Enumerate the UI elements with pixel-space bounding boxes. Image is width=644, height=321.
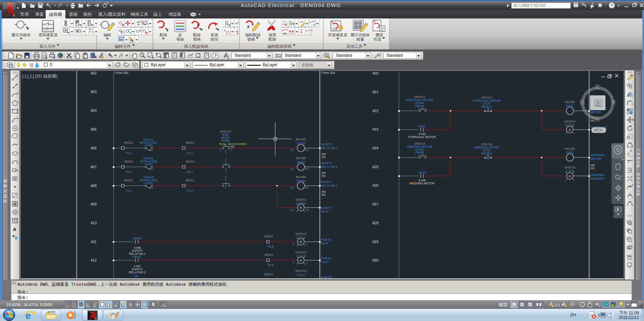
svg-text:北: 北 [595, 84, 600, 90]
svg-text:?: ? [214, 53, 217, 58]
svg-text:JBOX1: JBOX1 [264, 253, 273, 257]
svg-text:▾: ▾ [601, 128, 603, 132]
svg-text:PB425: PB425 [415, 151, 424, 154]
svg-text:421: 421 [372, 90, 378, 94]
svg-text:422: 422 [372, 109, 378, 113]
svg-text:LS407: LS407 [145, 163, 153, 166]
svg-text:403: 403 [91, 90, 97, 94]
svg-text:#: # [247, 25, 250, 29]
svg-text:WCS: WCS [594, 128, 602, 132]
svg-text:JBOX1: JBOX1 [124, 141, 133, 144]
svg-text:!: ! [75, 304, 75, 308]
svg-text:M425: M425 [418, 171, 426, 174]
svg-text:JBOX1: JBOX1 [185, 179, 195, 182]
svg-text:NC: NC [322, 193, 326, 196]
svg-text:MCAB5: MCAB5 [296, 138, 306, 141]
svg-text:2: 2 [306, 261, 308, 264]
svg-text:A: A [13, 226, 16, 232]
svg-text:424: 424 [372, 146, 378, 150]
svg-text:RAM 03: RAM 03 [321, 276, 331, 278]
svg-text:K1: K1 [290, 148, 294, 152]
svg-text:MOTOR: MOTOR [591, 157, 601, 160]
svg-text:K2: K2 [305, 186, 309, 189]
svg-text:e: e [25, 310, 31, 321]
svg-text:RELAY NO.2: RELAY NO.2 [321, 165, 338, 169]
svg-text:423: 423 [372, 127, 378, 131]
svg-text:#: # [282, 23, 284, 26]
svg-text:#: # [306, 29, 308, 32]
svg-text:JBOX1: JBOX1 [124, 160, 133, 163]
svg-text:1:1: 1:1 [555, 303, 560, 307]
svg-text:X2: X2 [306, 208, 309, 212]
svg-text:西: 西 [580, 99, 585, 105]
svg-text:1: 1 [292, 242, 294, 246]
svg-text:404: 404 [91, 108, 97, 112]
svg-text:407: 407 [91, 165, 97, 169]
svg-text:412: 412 [91, 258, 97, 262]
svg-text:#: # [224, 29, 226, 32]
svg-text:上: 上 [594, 100, 601, 107]
svg-text:425: 425 [372, 165, 378, 169]
svg-text:OPSTA3: OPSTA3 [565, 166, 576, 169]
svg-text:R: R [300, 240, 302, 244]
svg-text:M422: M422 [566, 104, 574, 107]
svg-text:JBOX1: JBOX1 [185, 141, 195, 144]
svg-text:LS408: LS408 [145, 181, 153, 185]
svg-text:TS-B: TS-B [267, 245, 274, 248]
svg-text:K2: K2 [305, 167, 309, 171]
svg-text:JBOX1: JBOX1 [124, 179, 133, 182]
svg-text:TS-A: TS-A [125, 151, 132, 155]
svg-text:R: R [300, 206, 302, 210]
svg-text:r1: r1 [378, 52, 381, 55]
svg-text:RELAY NO.1: RELAY NO.1 [321, 146, 338, 150]
svg-text:JBOX1: JBOX1 [264, 235, 273, 238]
svg-text:RUN: RUN [219, 142, 226, 146]
svg-text:SS406: SS406 [221, 139, 230, 142]
svg-text:430: 430 [372, 258, 378, 262]
svg-text:2: 2 [230, 148, 232, 152]
svg-text:CR407: CR407 [297, 160, 306, 164]
svg-text:PB425A: PB425A [481, 152, 492, 155]
svg-text:428: 428 [372, 221, 378, 225]
svg-text:M422: M422 [418, 125, 426, 128]
svg-text:420: 420 [372, 71, 378, 75]
svg-text:東: 東 [611, 99, 616, 105]
svg-text:R: R [300, 259, 302, 262]
svg-text:RELAY NO.3: RELAY NO.3 [321, 184, 338, 187]
svg-text:INDEXING: INDEXING [591, 173, 604, 177]
svg-text:?: ? [610, 3, 613, 8]
svg-text:402: 402 [91, 71, 97, 75]
svg-text:LT411: LT411 [297, 236, 305, 239]
svg-text:CR: CR [134, 275, 138, 278]
svg-text:K1: K1 [290, 167, 294, 171]
svg-text:OPSTA3: OPSTA3 [296, 269, 307, 273]
svg-text:PB422A: PB422A [481, 105, 492, 108]
svg-text:OKAY: OKAY [321, 242, 329, 245]
svg-text:#: # [282, 29, 284, 32]
svg-text:K1: K1 [290, 186, 294, 189]
svg-text:JBOX1: JBOX1 [264, 273, 273, 276]
svg-text:NC: NC [591, 167, 595, 170]
svg-text:RUNNING: RUNNING [591, 177, 604, 180]
svg-text:MAINTAINED: MAINTAINED [228, 142, 247, 146]
svg-text:1: 1 [292, 261, 294, 264]
svg-text:NC: NC [591, 119, 595, 122]
svg-text:HYDRAULIC MOTOR: HYDRAULIC MOTOR [408, 135, 436, 139]
svg-text:LT426: LT426 [566, 169, 574, 173]
svg-text:M425: M425 [566, 151, 574, 154]
svg-text:X1: X1 [290, 208, 294, 212]
svg-text:410: 410 [91, 221, 97, 225]
svg-text:SAFETY: SAFETY [321, 206, 332, 210]
svg-text:INDEXING MOTOR: INDEXING MOTOR [410, 182, 435, 185]
svg-text:RAM 01: RAM 01 [321, 238, 331, 241]
svg-text:SAFETY: SAFETY [321, 143, 332, 146]
svg-text:426: 426 [372, 183, 378, 187]
svg-text:TS-A: TS-A [186, 189, 193, 192]
svg-text:PB422: PB422 [415, 104, 424, 108]
svg-text:TS-B: TS-B [267, 263, 274, 267]
svg-text:406: 406 [91, 146, 97, 150]
svg-text:TS-A: TS-A [125, 189, 132, 192]
svg-text:CR408: CR408 [297, 179, 306, 183]
svg-text:2: 2 [306, 242, 308, 246]
svg-text:K2: K2 [305, 148, 309, 152]
